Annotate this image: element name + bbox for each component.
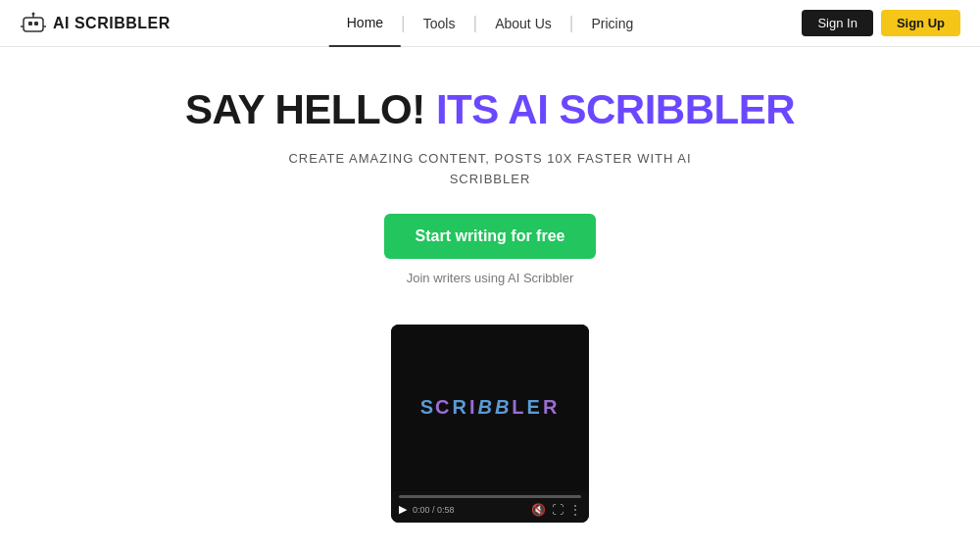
start-writing-button[interactable]: Start writing for free <box>384 214 597 259</box>
svg-point-4 <box>32 12 35 15</box>
logo-icon <box>20 10 47 37</box>
video-screen: SCRIBBLER <box>391 325 589 491</box>
navbar-actions: Sign In Sign Up <box>802 10 960 36</box>
hero-title-colored: ITS AI SCRIBBLER <box>425 86 795 132</box>
hero-section: SAY HELLO! ITS AI SCRIBBLER CREATE AMAZI… <box>0 47 980 325</box>
more-options-icon[interactable]: ⋮ <box>569 503 581 517</box>
nav-tools[interactable]: Tools <box>406 0 473 47</box>
navbar: AI SCRIBBLER Home | Tools | About Us | P… <box>0 0 980 47</box>
play-button[interactable]: ▶ <box>399 503 407 516</box>
svg-rect-1 <box>28 22 32 25</box>
bottom-section: POWERFUL TOOLS Turn On, Tune In, Drop Ou… <box>0 546 980 552</box>
signin-button[interactable]: Sign In <box>802 10 872 36</box>
video-time: 0:00 / 0:58 <box>413 505 455 515</box>
logo-text: AI SCRIBBLER <box>53 15 171 32</box>
signup-button[interactable]: Sign Up <box>881 10 960 36</box>
video-player: SCRIBBLER ▶ 0:00 / 0:58 🔇 ⛶ ⋮ <box>391 325 589 523</box>
logo: AI SCRIBBLER <box>20 10 171 37</box>
nav-about[interactable]: About Us <box>477 0 569 47</box>
hero-subtitle: CREATE AMAZING CONTENT, POSTS 10X FASTER… <box>20 149 960 190</box>
video-progress-bar[interactable] <box>399 495 581 498</box>
video-ctrl-row: ▶ 0:00 / 0:58 🔇 ⛶ ⋮ <box>399 503 581 517</box>
video-logo: SCRIBBLER <box>420 396 561 419</box>
nav-links: Home | Tools | About Us | Pricing <box>329 0 652 47</box>
volume-icon[interactable]: 🔇 <box>531 503 546 517</box>
hero-title-black: SAY HELLO! <box>185 86 425 132</box>
fullscreen-icon[interactable]: ⛶ <box>552 503 564 517</box>
hero-title: SAY HELLO! ITS AI SCRIBBLER <box>20 86 960 133</box>
join-text: Join writers using AI Scribbler <box>20 271 960 285</box>
video-section: SCRIBBLER ▶ 0:00 / 0:58 🔇 ⛶ ⋮ <box>0 325 980 523</box>
video-controls: ▶ 0:00 / 0:58 🔇 ⛶ ⋮ <box>391 491 589 523</box>
svg-rect-2 <box>34 22 38 25</box>
svg-rect-0 <box>24 18 43 31</box>
nav-pricing[interactable]: Pricing <box>573 0 651 47</box>
nav-home[interactable]: Home <box>329 0 401 47</box>
